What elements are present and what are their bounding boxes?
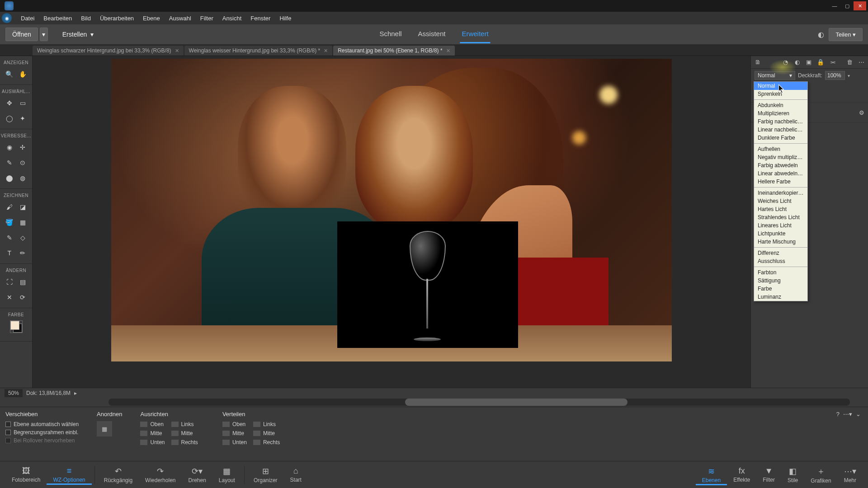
type-tool[interactable]: T: [4, 247, 15, 259]
document-tab[interactable]: Weinglas weisser Hintergrund.jpg bei 33,…: [184, 46, 333, 56]
sponge-tool[interactable]: ◍: [17, 172, 28, 184]
blend-mode-option[interactable]: Aufhellen: [754, 145, 807, 153]
gradient-tool[interactable]: ▦: [17, 216, 28, 228]
maximize-button[interactable]: ▢: [841, 1, 854, 10]
more-button[interactable]: ⋯▾Mehr: [838, 465, 863, 485]
blend-mode-option[interactable]: Negativ multiplizie...: [754, 153, 807, 161]
mode-expert[interactable]: Erweitert: [460, 25, 490, 43]
lock-layer-icon[interactable]: 🔒: [816, 58, 825, 66]
auto-select-checkbox[interactable]: Ebene automatisch wählen: [5, 421, 79, 427]
hand-tool[interactable]: ✋: [17, 68, 28, 80]
mode-guided[interactable]: Assistent: [416, 25, 448, 43]
horizontal-scrollbar[interactable]: [108, 399, 850, 406]
close-window-button[interactable]: ✕: [854, 1, 866, 10]
foreground-color[interactable]: [10, 321, 19, 330]
arrange-icon[interactable]: ▦: [97, 421, 112, 436]
brush-tool[interactable]: 🖌: [4, 201, 15, 213]
blend-mode-option[interactable]: Ineinanderkopieren: [754, 189, 807, 197]
dist-middle[interactable]: Mitte: [222, 430, 247, 436]
create-button[interactable]: Erstellen ▾: [56, 28, 100, 41]
align-middle[interactable]: Mitte: [140, 430, 165, 436]
color-picker-tool[interactable]: ✎: [4, 232, 15, 244]
shape-tool[interactable]: ◇: [17, 232, 28, 244]
content-aware-tool[interactable]: ✕: [4, 291, 15, 303]
close-tab-icon[interactable]: ✕: [324, 48, 328, 54]
zoom-level[interactable]: 50%: [5, 389, 23, 397]
close-tab-icon[interactable]: ✕: [175, 48, 179, 54]
straighten-tool[interactable]: ⟳: [17, 291, 28, 303]
blend-mode-option[interactable]: Abdunkeln: [754, 101, 807, 109]
blend-mode-option[interactable]: Dunklere Farbe: [754, 134, 807, 142]
document-tab[interactable]: Weinglas schwarzer Hintergrund.jpg bei 3…: [33, 46, 184, 56]
blur-tool[interactable]: ⬤: [4, 172, 15, 184]
blend-mode-option[interactable]: Normal: [754, 82, 807, 90]
menu-auswahl[interactable]: Auswahl: [165, 13, 196, 23]
pencil-tool[interactable]: ✏: [17, 247, 28, 259]
menu-fenster[interactable]: Fenster: [246, 13, 275, 23]
menu-ebene[interactable]: Ebene: [138, 13, 165, 23]
tool-options-button[interactable]: ≡WZ-Optionen: [47, 465, 91, 485]
home-button[interactable]: ⌂Start: [284, 465, 308, 485]
blend-mode-option[interactable]: Multiplizieren: [754, 109, 807, 117]
blend-mode-option[interactable]: Lichtpunkte: [754, 230, 807, 238]
blend-mode-option[interactable]: Sprenkeln: [754, 90, 807, 98]
align-top[interactable]: Oben: [140, 421, 165, 427]
layer-fx-icon[interactable]: ⚙: [859, 109, 864, 116]
mask-icon[interactable]: ▣: [805, 58, 813, 66]
eraser-tool[interactable]: ◪: [17, 201, 28, 213]
blend-mode-option[interactable]: Hartes Licht: [754, 205, 807, 213]
open-dropdown[interactable]: ▾: [40, 28, 48, 41]
blend-mode-option[interactable]: Farbton: [754, 268, 807, 277]
close-tab-icon[interactable]: ✕: [446, 48, 450, 54]
document-canvas[interactable]: [111, 59, 672, 361]
align-bottom[interactable]: Unten: [140, 439, 165, 446]
layer-group-icon[interactable]: ◔: [781, 58, 789, 66]
layout-button[interactable]: ▦Layout: [212, 465, 241, 485]
photobin-button[interactable]: 🖼Fotobereich: [5, 465, 47, 485]
opacity-input[interactable]: 100%: [825, 71, 845, 80]
organizer-button[interactable]: ⊞Organizer: [247, 465, 284, 485]
menu-bearbeiten[interactable]: Bearbeiten: [39, 13, 76, 23]
dist-center[interactable]: Mitte: [253, 430, 280, 436]
rotate-button[interactable]: ⟳▾Drehen: [182, 465, 212, 485]
open-button[interactable]: Öffnen: [5, 28, 38, 41]
panel-menu-icon[interactable]: ⋯: [857, 58, 865, 66]
blend-mode-option[interactable]: Ausschluss: [754, 257, 807, 265]
redeye-tool[interactable]: ◉: [4, 141, 15, 153]
zoom-tool[interactable]: 🔍: [4, 68, 15, 80]
blend-mode-option[interactable]: Linear nachbelicht...: [754, 126, 807, 134]
undo-button[interactable]: ↶Rückgängig: [98, 465, 139, 485]
menu-bild[interactable]: Bild: [76, 13, 95, 23]
blend-mode-option[interactable]: Luminanz: [754, 293, 807, 301]
dist-bottom[interactable]: Unten: [222, 439, 247, 446]
minimize-button[interactable]: —: [828, 1, 841, 10]
blend-mode-option[interactable]: Linear abwedeln (...: [754, 169, 807, 178]
color-swatches[interactable]: [10, 320, 23, 333]
pasted-layer[interactable]: [337, 221, 518, 348]
menu-ansicht[interactable]: Ansicht: [218, 13, 246, 23]
link-layer-icon[interactable]: ⫘: [828, 58, 836, 66]
align-right[interactable]: Rechts: [171, 439, 198, 446]
document-tab[interactable]: Restaurant.jpg bei 50% (Ebene 1, RGB/8) …: [333, 46, 454, 56]
blend-mode-option[interactable]: Farbig abwedeln: [754, 161, 807, 169]
redo-button[interactable]: ↷Wiederholen: [139, 465, 182, 485]
smart-brush-tool[interactable]: ✎: [4, 157, 15, 169]
blend-mode-option[interactable]: Harte Mischung: [754, 238, 807, 246]
blend-mode-option[interactable]: Sättigung: [754, 277, 807, 285]
options-menu-icon[interactable]: ⋯▾: [843, 411, 852, 418]
graphics-button[interactable]: ＋Grafiken: [804, 464, 837, 486]
menu-überarbeiten[interactable]: Überarbeiten: [95, 13, 138, 23]
crop-tool[interactable]: ⛶: [4, 276, 15, 288]
new-layer-icon[interactable]: 🗎: [754, 58, 762, 66]
adjustment-layer-icon[interactable]: ◐: [793, 58, 801, 66]
fill-tool[interactable]: 🪣: [4, 216, 15, 228]
blend-mode-option[interactable]: Hellere Farbe: [754, 178, 807, 186]
collapse-icon[interactable]: ⌄: [856, 411, 861, 418]
move-tool[interactable]: ✥: [4, 97, 15, 109]
blend-mode-option[interactable]: Farbig nachbelicht...: [754, 117, 807, 126]
chevron-down-icon[interactable]: ▾: [848, 73, 850, 78]
trash-icon[interactable]: 🗑: [845, 58, 854, 66]
magic-wand-tool[interactable]: ✦: [17, 113, 28, 124]
filters-button[interactable]: ▼Filter: [756, 465, 781, 485]
align-center[interactable]: Mitte: [171, 430, 198, 436]
